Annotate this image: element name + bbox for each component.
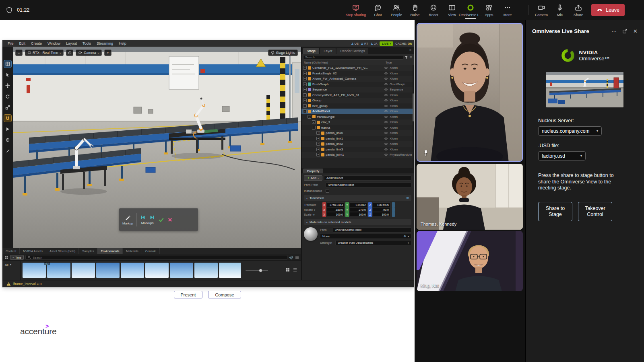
stage-tree-row[interactable]: + Group Xform [301,98,414,103]
stage-tree-row[interactable]: + belt_group Xform [301,103,414,109]
environment-thumbnail[interactable] [145,263,169,278]
toolbar-item-people[interactable]: People [387,0,406,20]
device-mic[interactable]: Mic [551,0,569,20]
rotate-x-field[interactable]: -180.0 [327,207,345,212]
expand-toggle-icon[interactable]: + [316,131,320,135]
rotate-tool-icon[interactable] [4,93,11,100]
markup-tool[interactable]: Markup [122,214,133,225]
environment-thumbnail[interactable] [121,263,144,278]
reset-value-button[interactable] [392,207,395,212]
visibility-eye-icon[interactable] [383,137,388,140]
stage-tree-row[interactable]: + panda_link3 Xform [301,147,414,152]
video-tile[interactable]: Thomas, Kennedy [417,164,523,230]
camera-dropdown[interactable]: Camera▾ [76,49,101,56]
type-column-header[interactable]: Type [386,61,411,64]
translate-x-field[interactable]: 3756.0444 [327,202,345,207]
scale-tool-icon[interactable] [4,104,11,111]
stage-tree-row[interactable]: - AddtnlRobot Xform [301,109,414,114]
browser-tab-asset-stores-beta-[interactable]: Asset Stores (beta) [46,248,79,254]
stage-tree-row[interactable]: + Xform_For_Animated_Camera Xform [301,76,414,82]
stage-search-input[interactable]: Search [303,55,403,60]
expand-toggle-icon[interactable]: - [303,109,307,113]
toolbar-item-react[interactable]: React [424,0,443,20]
transform-options-icon[interactable]: ⊞ [406,196,409,200]
environment-thumbnail[interactable] [47,263,70,278]
menu-layout[interactable]: Layout [63,41,80,45]
add-property-button[interactable]: +Add▾ [304,175,322,181]
environment-thumbnail[interactable] [96,263,120,278]
toolbar-item-chat[interactable]: Chat [369,0,387,20]
translate-y-field[interactable]: 0.00012 [350,202,367,207]
nucleus-server-dropdown[interactable]: nucleus.company.com▾ [538,126,602,136]
panel-options-icon[interactable]: ≡ [409,48,411,52]
share-to-stage-button[interactable]: Share to Stage [538,202,572,221]
present-button[interactable]: Present [174,291,203,298]
more-options-icon[interactable]: ⋯ [611,29,617,34]
visibility-eye-icon[interactable] [383,142,388,145]
locale-badge-ja[interactable]: JA [370,42,378,45]
translate-z-field[interactable]: 186.5935 [373,202,390,207]
locale-badge-us[interactable]: US [351,42,359,45]
leave-button[interactable]: Leave [591,4,625,16]
rotate-y-field[interactable]: -270.0 [350,207,367,212]
browser-tab-nvidia-assets[interactable]: NVIDIA Assets [20,248,46,254]
material-dropdown[interactable]: None ⊗▾ [320,234,411,239]
prim-name-field[interactable]: AddtnlRobot [324,175,411,181]
browser-tab-content[interactable]: Content [2,248,20,254]
menu-edit[interactable]: Edit [17,41,29,45]
stage-tree-row[interactable]: + ConveyorBelt_A17_PR_NVD_01 Xform [301,93,414,98]
rotate-z-field[interactable]: -90.0 [373,207,390,212]
prim-path-field[interactable]: /World/AddtnlRobot [326,182,411,187]
environment-thumbnail[interactable] [194,263,218,278]
stage-tree-row[interactable]: + PushGraph OmniGraph [301,82,414,87]
play-tool-icon[interactable] [4,125,11,133]
expand-toolbar-icon[interactable]: » [104,49,111,56]
stage-tree-row[interactable]: + FrankaSingle_02 Xform [301,71,414,76]
browser-tab-console[interactable]: Console [142,248,160,254]
expand-toggle-icon[interactable]: - [312,126,316,130]
expand-toggle-icon[interactable]: + [303,93,307,97]
toolbar-item-raise[interactable]: Raise [406,0,424,20]
environment-thumbnail[interactable] [72,263,95,278]
name-column-header[interactable]: Name (Old to New) [304,61,328,64]
menu-help[interactable]: Help [116,41,129,45]
menu-tools[interactable]: Tools [80,41,94,45]
visibility-eye-icon[interactable] [383,94,388,97]
reject-markup-icon[interactable] [167,217,173,222]
all-filter-dropdown[interactable]: All▾ [2,261,21,280]
renderer-dropdown[interactable]: RTX - Real-Time▾ [25,49,64,56]
stage-tree-row[interactable]: + Container_F11_123x80x89cm_PR_V... Xfor… [301,65,414,71]
material-prim-field[interactable]: /World/AddtnlRobot [333,227,411,232]
viewport-mode-icon[interactable] [4,60,11,68]
visibility-eye-icon[interactable] [383,132,388,134]
stage-tree-row[interactable]: - franka Xform [301,125,414,131]
toolbar-item-apps[interactable]: Apps [480,0,498,20]
toolbar-item-omniverse[interactable]: Omniverse L... [461,0,480,20]
visibility-eye-icon[interactable] [383,148,388,151]
clear-material-icon[interactable]: ⊗ [403,234,406,238]
stage-scrollbar[interactable] [413,65,414,168]
visibility-eye-icon[interactable] [383,105,388,107]
tab-property[interactable]: Property [303,169,323,173]
strength-dropdown[interactable]: Weaker than Descendants▾ [335,240,411,245]
move-tool-icon[interactable] [4,82,11,89]
tree-toggle-button[interactable]: ≡Tree [10,255,24,260]
scale-z-field[interactable]: 100.0 [373,212,390,217]
tab-stage[interactable]: Stage [303,48,319,54]
browser-tab-samples[interactable]: Samples [79,248,97,254]
list-view-icon[interactable] [295,255,299,259]
snap-tool-icon[interactable] [4,115,11,122]
visibility-eye-icon[interactable] [383,126,388,129]
visibility-eye-icon[interactable] [383,153,388,156]
environment-thumbnail[interactable] [23,263,46,278]
toolbar-item-more[interactable]: More [498,0,517,20]
slider-knob[interactable] [259,269,262,272]
physics-tool-icon[interactable] [4,136,11,144]
expand-toggle-icon[interactable]: + [303,82,307,86]
expand-toggle-icon[interactable]: + [316,153,320,156]
environment-thumbnail[interactable] [170,263,193,278]
camera-icon-button[interactable] [66,49,73,56]
detail-view-icon[interactable] [293,268,297,272]
expand-toggle-icon[interactable]: + [303,88,307,91]
tab-layer[interactable]: Layer [320,48,336,54]
